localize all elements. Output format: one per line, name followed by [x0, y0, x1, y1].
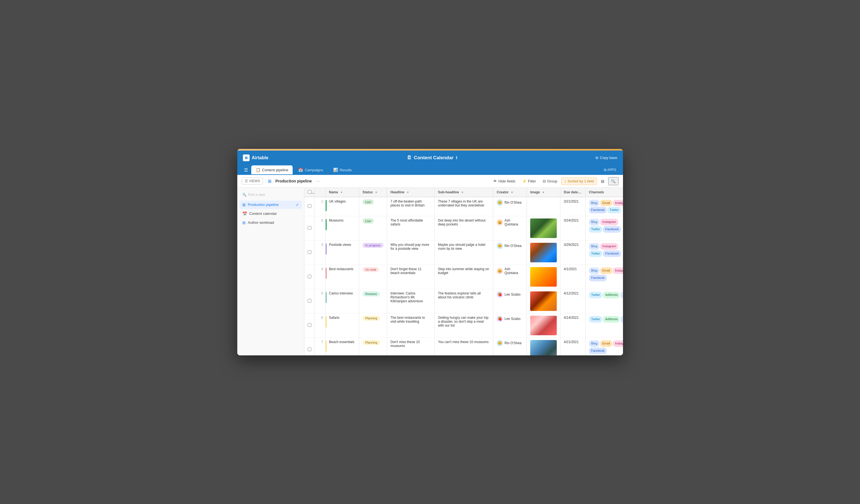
row-status-cell: On hold — [359, 265, 387, 289]
row-subheadline: Step into summer while staying on budget — [438, 267, 489, 275]
row-name: Beach essentials — [329, 340, 354, 344]
row-checkbox-cell[interactable] — [304, 338, 314, 355]
channel-tag: Twitter — [607, 207, 621, 214]
row-headline: Don't miss these 10 museums — [390, 340, 420, 348]
tab-results[interactable]: 📊 Results — [329, 165, 356, 174]
current-view-button[interactable]: Production pipeline — [273, 177, 315, 185]
row-checkbox-cell[interactable] — [304, 197, 314, 216]
avatar: 😊 — [497, 200, 503, 206]
row-headline-cell: Interview: Carlos Richardson's Mt. Kilim… — [387, 289, 435, 314]
group-icon: ⊟ — [543, 179, 546, 183]
channel-tag: Facebook — [589, 207, 607, 214]
row-checkbox[interactable] — [308, 204, 311, 208]
avatar: 😊 — [497, 243, 503, 249]
row-status-cell: In progress — [359, 241, 387, 265]
row-name: UK villages — [329, 200, 346, 203]
row-name: Best restaurants — [329, 267, 353, 271]
row-creator-cell: 😄 Ash Quintana — [493, 265, 527, 289]
table-row: 4 Best restaurants On holdDon't forget t… — [304, 265, 623, 289]
views-button[interactable]: ☰ VIEWS — [242, 177, 263, 185]
row-checkbox[interactable] — [308, 250, 311, 254]
row-name: Poolside views — [329, 243, 351, 247]
row-subheadline-cell: You can't miss these 10 museums — [435, 338, 493, 355]
sidebar-item-production-pipeline[interactable]: ⊞ Production pipeline ✓ — [240, 201, 302, 209]
row-image — [530, 267, 557, 287]
select-all-checkbox[interactable] — [308, 190, 311, 193]
row-headline: 7 off-the-beaten-path places to visit in… — [390, 200, 425, 207]
row-image-cell — [527, 216, 560, 241]
data-table-area[interactable]: Name ▼ Status ▼ Headline ▼ Sub-headline … — [304, 188, 623, 355]
table-row: 5 Carlos interview ReviewsInterview: Car… — [304, 289, 623, 314]
tab-content-pipeline[interactable]: 📋 Content pipeline — [251, 165, 293, 174]
app-name: Airtable — [252, 155, 269, 160]
row-checkbox-cell[interactable] — [304, 314, 314, 338]
row-channels-cell: TwitterAdWordsBlog — [586, 289, 623, 314]
col-status[interactable]: Status ▼ — [359, 188, 387, 197]
row-status-cell: Planning — [359, 314, 387, 338]
hide-fields-button[interactable]: 👁 Hide fields — [490, 178, 518, 185]
search-button[interactable]: 🔍 — [608, 177, 618, 185]
col-image[interactable]: Image ▼ — [527, 188, 560, 197]
channel-tag: Facebook — [589, 348, 607, 354]
row-name-cell[interactable]: Beach essentials — [326, 338, 359, 355]
col-checkbox[interactable] — [304, 188, 314, 197]
col-channels[interactable]: Channels — [586, 188, 623, 197]
col-creator[interactable]: Creator ▼ — [493, 188, 527, 197]
row-checkbox-cell[interactable] — [304, 265, 314, 289]
due-date: 4/21/2021 — [564, 340, 578, 344]
row-checkbox-cell[interactable] — [304, 289, 314, 314]
avatar: 😄 — [497, 268, 503, 274]
table-row: 7 Beach essentials PlanningDon't miss th… — [304, 338, 623, 355]
copy-icon: ⧉ — [596, 156, 598, 160]
sort-button[interactable]: ↕ Sorted by 1 field — [561, 177, 597, 185]
row-headline: Don't forget these 11 beach essentials — [390, 267, 421, 275]
menu-button[interactable]: ☰ — [242, 165, 250, 175]
status-badge: On hold — [362, 267, 379, 272]
row-checkbox[interactable] — [308, 348, 311, 351]
tab-campaigns[interactable]: 📅 Campaigns — [294, 165, 328, 174]
row-channels-cell: TwitterAdWordsBlog — [586, 314, 623, 338]
filter-button[interactable]: ⚡ Filter — [519, 178, 539, 185]
row-checkbox[interactable] — [308, 226, 311, 230]
row-image-cell — [527, 338, 560, 355]
sidebar-item-author-workload[interactable]: ⊞ Author workload — [240, 218, 302, 227]
row-headline-cell: Don't forget these 11 beach essentials — [387, 265, 435, 289]
group-button[interactable]: ⊟ Group — [540, 178, 560, 185]
col-headline[interactable]: Headline ▼ — [387, 188, 435, 197]
row-channels-cell: BlogEmailInstagramFacebookTwitter — [586, 197, 623, 216]
col-duedate[interactable]: Due date ▼ — [560, 188, 586, 197]
info-icon[interactable]: ℹ — [456, 156, 457, 160]
row-name-cell[interactable]: Best restaurants — [326, 265, 359, 289]
row-name: Carlos interview — [329, 291, 353, 295]
row-name-cell[interactable]: Carlos interview — [326, 289, 359, 314]
row-status-cell: Planning — [359, 338, 387, 355]
channel-tag: AdWords — [603, 316, 620, 323]
row-checkbox-cell[interactable] — [304, 216, 314, 241]
apps-button[interactable]: ⊞ APPS — [604, 168, 616, 172]
creator-name: Rin O'Shea — [504, 201, 521, 204]
row-status-cell: Live — [359, 197, 387, 216]
more-options-button[interactable]: ··· — [316, 178, 320, 184]
copy-base-button[interactable]: ⧉ Copy base — [596, 156, 617, 160]
col-subheadline[interactable]: Sub-headline ▼ — [435, 188, 493, 197]
table-row: 3 Poolside views In progressWhy you shou… — [304, 241, 623, 265]
col-name[interactable]: Name ▼ — [326, 188, 359, 197]
row-name-cell[interactable]: Safaris — [326, 314, 359, 338]
row-creator-cell: 😄 Ash Quintana — [493, 216, 527, 241]
find-view-input[interactable]: 🔍 Find a view — [240, 191, 302, 198]
creator-name: Ash Quintana — [504, 267, 523, 275]
channel-tag: Instagram — [600, 219, 618, 226]
channel-tag: Twitter — [589, 292, 602, 298]
row-name-cell[interactable]: UK villages — [326, 197, 359, 216]
sidebar-item-content-calendar[interactable]: 📅 Content calendar — [240, 210, 302, 218]
row-checkbox[interactable] — [308, 323, 311, 327]
row-checkbox[interactable] — [308, 299, 311, 303]
row-subheadline: Get deep into the desert without deep po… — [438, 218, 486, 226]
row-checkbox[interactable] — [308, 275, 311, 278]
row-height-button[interactable]: ▤ — [598, 178, 607, 185]
row-name-cell[interactable]: Poolside views — [326, 241, 359, 265]
row-name-cell[interactable]: Museums — [326, 216, 359, 241]
row-checkbox-cell[interactable] — [304, 241, 314, 265]
app-header: ⊞ Airtable 🗓 Content Calendar ℹ ⧉ Copy b… — [237, 150, 623, 165]
hide-icon: 👁 — [493, 179, 497, 183]
